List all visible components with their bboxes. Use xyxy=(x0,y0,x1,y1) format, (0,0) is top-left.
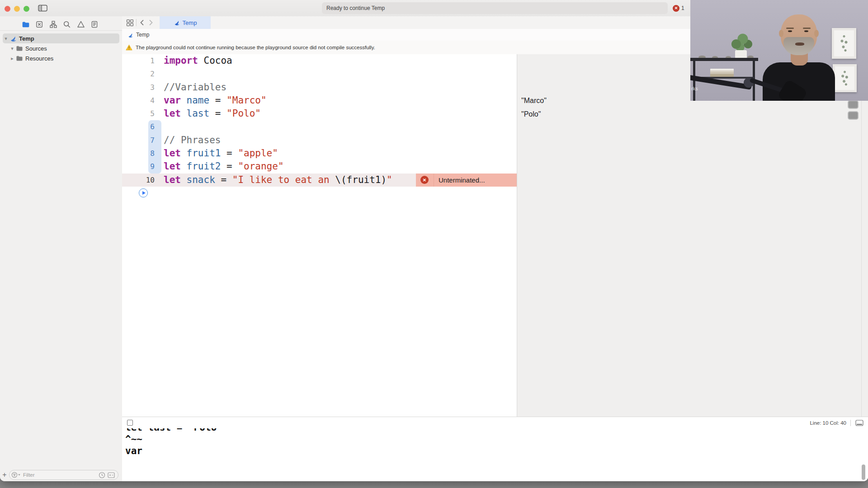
line-col-indicator: Line: 10 Col: 40 xyxy=(810,417,846,429)
navigator-bar xyxy=(22,19,99,29)
minimize-button[interactable] xyxy=(14,6,20,12)
code-line[interactable]: 9let fruit2 = "orange" xyxy=(122,160,517,173)
line-number: 8 xyxy=(122,147,155,160)
error-count: 1 xyxy=(681,5,684,11)
code-text: //Variables xyxy=(164,81,226,94)
tree-item-temp[interactable]: ▾ Temp xyxy=(0,33,122,43)
divider xyxy=(861,54,862,417)
shelf xyxy=(690,58,758,61)
code-line[interactable]: 3//Variables xyxy=(122,81,517,94)
inline-error[interactable]: ✕Unterminated... xyxy=(416,174,517,187)
error-message: Unterminated... xyxy=(439,174,485,187)
sidebar-toggle-icon[interactable] xyxy=(38,5,47,12)
error-icon[interactable]: ✕ xyxy=(420,176,429,184)
report-navigator-icon[interactable] xyxy=(90,20,99,28)
project-navigator-icon[interactable] xyxy=(22,20,30,28)
watermark-text: rks xyxy=(691,86,698,91)
swift-icon xyxy=(127,32,133,38)
swift-icon xyxy=(174,19,180,26)
navigator-sidebar: ▾ Temp ▾ Sources ▸ Resources + xyxy=(0,16,123,481)
play-icon xyxy=(142,191,146,195)
chevron-right-icon[interactable]: ▸ xyxy=(10,56,14,61)
filter-placeholder: Filter xyxy=(23,472,99,478)
editor-settings-icon[interactable] xyxy=(855,420,863,426)
code-line[interactable]: 5let last = "Polo" xyxy=(122,107,517,120)
scrollbar-thumb[interactable] xyxy=(862,465,865,480)
source-editor: 1import Cocoa23//Variables4var name = "M… xyxy=(122,54,868,417)
file-tree: ▾ Temp ▾ Sources ▸ Resources xyxy=(0,33,122,63)
line-number: 7 xyxy=(122,134,155,147)
books xyxy=(710,69,734,77)
line-number: 2 xyxy=(122,67,155,80)
recents-clock-icon[interactable] xyxy=(99,472,105,479)
issue-navigator-icon[interactable] xyxy=(77,20,85,28)
line-number: 5 xyxy=(122,107,155,120)
result-value[interactable]: "Marco" xyxy=(521,94,547,107)
code-line[interactable]: 1import Cocoa xyxy=(122,54,517,67)
tab-overview-icon[interactable] xyxy=(126,19,134,27)
issue-counter[interactable]: ✕ 1 xyxy=(673,5,684,12)
person-eye xyxy=(788,30,792,32)
close-button[interactable] xyxy=(5,6,10,12)
console-toggle-checkbox[interactable] xyxy=(127,420,133,426)
jumpbar-item: Temp xyxy=(136,32,149,38)
code-line[interactable]: 2 xyxy=(122,67,517,80)
divider xyxy=(850,420,851,426)
results-sidebar: "Marco" "Polo" xyxy=(517,54,868,417)
show-result-button[interactable] xyxy=(848,100,859,109)
tree-item-resources[interactable]: ▸ Resources xyxy=(0,53,122,63)
find-navigator-icon[interactable] xyxy=(63,20,71,28)
divider xyxy=(0,30,122,31)
person-eyebrow xyxy=(803,28,811,29)
source-control-navigator-icon[interactable] xyxy=(35,20,43,28)
show-result-button[interactable] xyxy=(848,111,859,120)
plant xyxy=(728,32,755,52)
chevron-down-icon[interactable]: ▾ xyxy=(10,46,14,52)
divider xyxy=(136,19,137,26)
error-badge-icon: ✕ xyxy=(673,5,679,12)
add-button[interactable]: + xyxy=(0,470,9,479)
run-playground-button[interactable] xyxy=(139,188,148,197)
code-text: var name = "Marco" xyxy=(164,94,267,107)
debug-console[interactable]: let last = "Polo" ^~~ var xyxy=(122,428,868,481)
code-text: import Cocoa xyxy=(164,54,232,67)
tab-label: Temp xyxy=(183,19,197,26)
console-line: ^~~ xyxy=(125,433,142,446)
line-number: 3 xyxy=(122,81,155,94)
code-line[interactable]: 10let snack = "I like to eat an \(fruit1… xyxy=(122,174,517,187)
code-pane[interactable]: 1import Cocoa23//Variables4var name = "M… xyxy=(122,54,517,417)
person-ear xyxy=(779,30,783,37)
code-line[interactable]: 4var name = "Marco" xyxy=(122,94,517,107)
back-chevron-icon[interactable] xyxy=(140,19,144,26)
person-mouth xyxy=(795,42,804,46)
symbol-navigator-icon[interactable] xyxy=(49,20,57,28)
code-line[interactable]: 6 xyxy=(122,120,517,133)
zoom-button[interactable] xyxy=(24,6,29,12)
chevron-down-icon[interactable]: ▾ xyxy=(4,36,8,42)
folder-icon xyxy=(16,45,23,52)
code-line[interactable]: 8let fruit1 = "apple" xyxy=(122,147,517,160)
code-text: let fruit2 = "orange" xyxy=(164,160,284,173)
picture-frame xyxy=(833,64,857,92)
person-beard xyxy=(783,37,814,55)
flags-icon[interactable] xyxy=(108,472,115,478)
tab-temp[interactable]: Temp xyxy=(160,16,211,29)
code-text: let last = "Polo" xyxy=(164,107,261,120)
code-lines: 1import Cocoa23//Variables4var name = "M… xyxy=(122,54,517,187)
result-value[interactable]: "Polo" xyxy=(521,108,541,121)
tree-item-label: Resources xyxy=(25,55,53,62)
tree-item-sources[interactable]: ▾ Sources xyxy=(0,43,122,53)
code-text: let snack = "I like to eat an \(fruit1)" xyxy=(164,174,392,187)
webcam-overlay: rks xyxy=(690,0,868,101)
filter-icon xyxy=(11,472,21,478)
filter-field[interactable]: Filter xyxy=(9,470,118,480)
folder-icon xyxy=(16,55,23,62)
navigator-filter-bar: + Filter xyxy=(0,469,122,481)
line-number: 6 xyxy=(122,120,155,133)
code-line[interactable]: 7// Phrases xyxy=(122,134,517,147)
picture-frame xyxy=(832,28,856,59)
forward-chevron-icon[interactable] xyxy=(149,19,153,26)
line-number: 4 xyxy=(122,94,155,107)
tree-item-label: Sources xyxy=(25,45,47,52)
line-number: 10 xyxy=(122,174,155,187)
